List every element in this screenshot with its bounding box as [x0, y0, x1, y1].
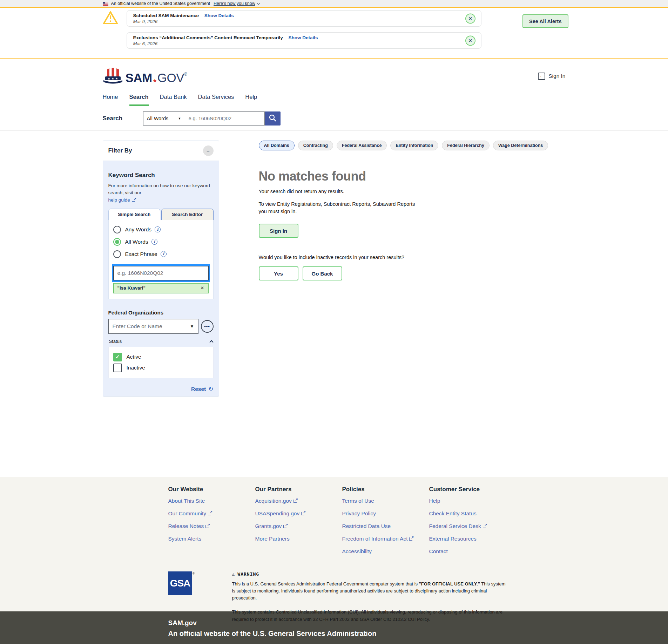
- footer-link-terms-of-use[interactable]: Terms of Use: [342, 498, 374, 504]
- footer-link-check-entity-status[interactable]: Check Entity Status: [429, 510, 477, 516]
- search-submit-button[interactable]: [265, 111, 281, 126]
- footer-link-restricted-data-use[interactable]: Restricted Data Use: [342, 523, 391, 529]
- external-link-icon: [132, 198, 136, 202]
- pill-federal-assistance[interactable]: Federal Assistance: [337, 141, 387, 150]
- footer-link-accessibility[interactable]: Accessibility: [342, 548, 372, 554]
- alert-card: Scheduled SAM Maintenance Show Details M…: [127, 10, 481, 27]
- external-link-icon: [205, 524, 210, 528]
- alert-close-button[interactable]: ✕: [465, 35, 475, 46]
- pill-federal-hierarchy[interactable]: Federal Hierarchy: [442, 141, 490, 150]
- heres-how-you-know-link[interactable]: Here’s how you know: [214, 1, 259, 6]
- more-options-button[interactable]: •••: [201, 320, 214, 333]
- exact-phrase-radio[interactable]: [113, 250, 121, 258]
- main-nav: Home Search Data Bank Data Services Help: [0, 94, 668, 106]
- gsa-logo[interactable]: GSA ®: [168, 571, 192, 595]
- federal-org-combobox[interactable]: Enter Code or Name ▼: [108, 319, 198, 334]
- footer-link-external-resources[interactable]: External Resources: [429, 536, 477, 542]
- any-words-radio[interactable]: [113, 226, 121, 233]
- info-icon[interactable]: i: [161, 251, 167, 257]
- nav-item-help[interactable]: Help: [245, 94, 257, 106]
- results-column: All Domains Contracting Federal Assistan…: [259, 141, 565, 280]
- search-input[interactable]: [185, 111, 265, 126]
- identity-official-text: An official website of the U.S. General …: [168, 630, 566, 638]
- sam-gov-logo[interactable]: ★ ★ ★ SAM★GOV®: [103, 66, 187, 86]
- inactive-checkbox[interactable]: [113, 364, 122, 372]
- svg-text:★: ★: [115, 77, 118, 80]
- collapse-filters-button[interactable]: −: [203, 145, 214, 156]
- footer-link-more-partners[interactable]: More Partners: [255, 536, 290, 542]
- domain-filter-pills: All Domains Contracting Federal Assistan…: [259, 141, 565, 150]
- footer-link-help[interactable]: Help: [429, 498, 440, 504]
- external-link-icon: [293, 499, 298, 503]
- go-back-button[interactable]: Go Back: [303, 266, 342, 280]
- nav-item-search[interactable]: Search: [129, 94, 149, 106]
- footer-link-foia[interactable]: Freedom of Information Act: [342, 536, 414, 542]
- reset-icon: ↻: [208, 386, 213, 392]
- svg-text:★: ★: [112, 77, 114, 80]
- info-icon[interactable]: i: [151, 239, 157, 245]
- site-footer: Our Website About This Site Our Communit…: [0, 477, 668, 611]
- show-details-link[interactable]: Show Details: [204, 13, 234, 18]
- see-all-alerts-button[interactable]: See All Alerts: [522, 14, 568, 28]
- reset-filters-link[interactable]: Reset↻: [191, 386, 213, 392]
- keyword-chip: "Isa Kuwari" ✕: [113, 283, 209, 293]
- nav-item-home[interactable]: Home: [103, 94, 118, 106]
- footer-link-acquisition-gov[interactable]: Acquisition.gov: [255, 498, 298, 504]
- radio-row-any-words: Any Words i: [113, 226, 209, 233]
- alert-date: Mar 9, 2026: [133, 19, 460, 24]
- pill-entity-information[interactable]: Entity Information: [390, 141, 438, 150]
- footer-column-customer-service: Customer Service Help Check Entity Statu…: [429, 486, 516, 561]
- keyword-input[interactable]: [113, 266, 209, 280]
- check-icon: ✓: [115, 354, 120, 360]
- radio-row-exact-phrase: Exact Phrase i: [113, 250, 209, 258]
- nav-item-data-bank[interactable]: Data Bank: [160, 94, 187, 106]
- warning-paragraph-1: This is a U.S. General Services Administ…: [232, 581, 509, 602]
- no-matches-heading: No matches found: [259, 169, 565, 184]
- info-icon[interactable]: i: [155, 226, 161, 232]
- pill-all-domains[interactable]: All Domains: [259, 141, 295, 150]
- pill-contracting[interactable]: Contracting: [298, 141, 333, 150]
- show-details-link[interactable]: Show Details: [289, 35, 318, 40]
- chip-remove-icon[interactable]: ✕: [201, 285, 204, 291]
- minus-icon: −: [207, 148, 210, 154]
- footer-link-release-notes[interactable]: Release Notes: [168, 523, 210, 529]
- footer-column-policies: Policies Terms of Use Privacy Policy Res…: [342, 486, 429, 561]
- sign-in-button[interactable]: Sign In: [259, 224, 298, 238]
- footer-link-system-alerts[interactable]: System Alerts: [168, 536, 202, 542]
- footer-link-about-this-site[interactable]: About This Site: [168, 498, 205, 504]
- tab-search-editor[interactable]: Search Editor: [161, 209, 214, 220]
- footer-link-usaspending-gov[interactable]: USASpending.gov: [255, 510, 306, 516]
- help-guide-link[interactable]: help guide: [108, 197, 136, 203]
- main-content: Filter By − Keyword Search For more info…: [0, 131, 668, 477]
- footer-link-contact[interactable]: Contact: [429, 548, 448, 554]
- registered-mark: ®: [193, 572, 195, 575]
- external-link-icon: [208, 511, 212, 515]
- yes-button[interactable]: Yes: [259, 266, 298, 280]
- all-words-radio[interactable]: [113, 238, 121, 246]
- identity-site-name: SAM.gov: [168, 619, 566, 627]
- warning-sign-icon: ⚠: [232, 571, 235, 577]
- active-checkbox[interactable]: ✓: [113, 353, 122, 361]
- footer-link-privacy-policy[interactable]: Privacy Policy: [342, 510, 376, 516]
- star-icon: ★: [153, 77, 157, 83]
- nav-item-data-services[interactable]: Data Services: [198, 94, 234, 106]
- alert-row: Scheduled SAM Maintenance Show Details M…: [103, 10, 566, 27]
- footer-link-grants-gov[interactable]: Grants.gov: [255, 523, 288, 529]
- keyword-chip-label: "Isa Kuwari": [117, 285, 146, 291]
- logo-text: SAM★GOV®: [126, 72, 187, 86]
- search-strip: Search All Words ▼: [0, 106, 668, 131]
- tab-simple-search[interactable]: Simple Search: [108, 209, 161, 220]
- footer-column-our-website: Our Website About This Site Our Communit…: [168, 486, 255, 561]
- chevron-up-icon: [209, 340, 213, 344]
- footer-link-our-community[interactable]: Our Community: [168, 510, 212, 516]
- footer-link-federal-service-desk[interactable]: Federal Service Desk: [429, 523, 487, 529]
- search-mode-select[interactable]: All Words ▼: [143, 111, 185, 126]
- header-sign-in-link[interactable]: ← Sign In: [538, 73, 565, 80]
- warning-block: ⚠ WARNING This is a U.S. General Service…: [232, 571, 509, 623]
- warning-triangle-icon: [103, 11, 118, 27]
- status-header-row[interactable]: Status: [108, 339, 214, 344]
- alert-close-button[interactable]: ✕: [465, 13, 475, 23]
- pill-wage-determinations[interactable]: Wage Determinations: [493, 141, 548, 150]
- alerts-section: Scheduled SAM Maintenance Show Details M…: [0, 8, 668, 59]
- keyword-search-info: For more information on how to use our k…: [108, 182, 214, 204]
